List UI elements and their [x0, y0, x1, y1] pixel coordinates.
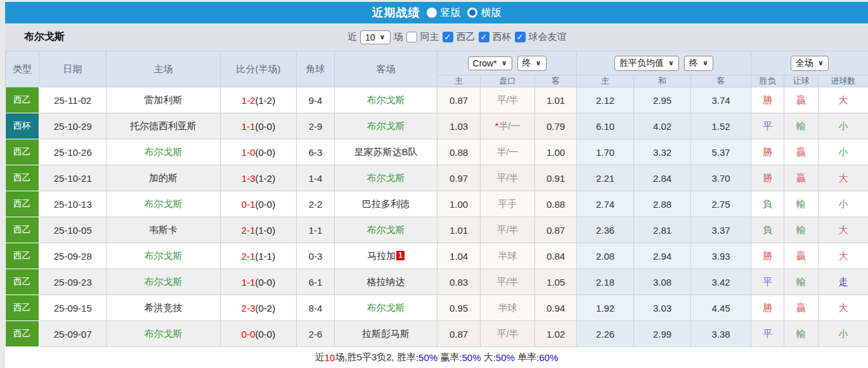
avg-away-odds: 3.38 [691, 321, 751, 347]
match-row: 西乙25-09-23布尔戈斯1-1(0-0)6-1格拉纳达0.83平/半1.05… [6, 269, 868, 295]
crow-home-odds: 1.03 [437, 113, 481, 139]
layout-radio-vertical[interactable]: 竖版 [427, 6, 461, 20]
match-row: 西乙25-10-26布尔戈斯1-0(0-0)6-3皇家苏斯达B队0.88半/一1… [6, 139, 868, 165]
corner-cell: 6-1 [297, 269, 335, 295]
summary-line: 近10场,胜5平3负2, 胜率:50% 赢率:50% 大:50% 单率:60% [5, 347, 868, 368]
home-team-cell: 布尔戈斯 [107, 321, 221, 347]
away-team-cell: 马拉加1 [335, 243, 437, 269]
result-wdl-cell: 平 [751, 113, 784, 139]
filter-bar: 布尔戈斯 近 10∨ 场 同主 ✓ 西乙 ✓ 西杯 ✓ 球会友谊 [5, 23, 868, 51]
cup-checkbox[interactable]: ✓ [479, 32, 489, 42]
match-type-badge: 西乙 [6, 217, 39, 243]
top-bar: 近期战绩 竖版 横版 [5, 2, 868, 23]
chevron-down-icon: ∨ [818, 59, 824, 67]
friendly-checkbox[interactable]: ✓ [515, 32, 526, 42]
avg-away-odds: 3.37 [691, 217, 751, 243]
match-row: 西乙25-10-21加的斯1-3(1-2)1-4布尔戈斯0.97平/半0.912… [6, 165, 868, 191]
radio-vertical-label: 竖版 [441, 6, 461, 20]
result-handicap-cell: 贏 [784, 243, 819, 269]
handicap-cell: 半球 [481, 295, 535, 321]
result-wdl-cell: 勝 [751, 295, 784, 321]
chevron-down-icon: ∨ [536, 59, 541, 67]
league-checkbox-label: 西乙 [457, 31, 476, 43]
same-home-label: 同主 [420, 31, 439, 43]
match-type-badge: 西乙 [6, 321, 39, 347]
summary-segment: 场,胜5平3负2, 胜率 [335, 352, 416, 364]
result-goals-cell: 大 [819, 217, 868, 243]
crow-home-odds: 0.83 [437, 269, 481, 295]
away-team-cell: 布尔戈斯 [335, 217, 437, 243]
avg-draw-odds: 3.03 [634, 295, 691, 321]
score-cell: 0-0(0-0) [221, 321, 297, 347]
chevron-down-icon: ∨ [380, 33, 385, 41]
away-team-cell: 布尔戈斯 [335, 87, 437, 113]
friendly-checkbox-label: 球会友谊 [529, 31, 567, 43]
avg-draw-odds: 2.99 [634, 321, 691, 347]
subheader-avg-home: 主 [577, 75, 634, 87]
avg-away-odds: 3.74 [691, 87, 751, 113]
corner-cell: 8-4 [297, 295, 335, 321]
handicap-cell: 平/半 [481, 269, 535, 295]
bookmaker-select[interactable]: Crow*∨ [468, 56, 512, 70]
header-date: 日期 [39, 51, 107, 87]
layout-radio-horizontal[interactable]: 横版 [467, 6, 502, 20]
avg-home-odds: 6.10 [577, 113, 634, 139]
radio-selected-icon[interactable] [427, 8, 437, 18]
result-goals-cell: 大 [819, 295, 868, 321]
avg-away-odds: 3.70 [691, 165, 751, 191]
home-team-cell: 布尔戈斯 [107, 139, 221, 165]
crow-away-odds: 0.88 [535, 191, 577, 217]
score-cell: 1-3(1-2) [221, 165, 297, 191]
avg-home-odds: 1.92 [577, 295, 634, 321]
match-count-select[interactable]: 10∨ [360, 30, 391, 44]
result-handicap-cell: 輸 [784, 217, 819, 243]
chevron-down-icon: ∨ [703, 59, 708, 67]
result-handicap-cell: 贏 [784, 295, 819, 321]
result-goals-cell: 走 [819, 269, 868, 295]
crow-away-odds: 0.87 [535, 217, 577, 243]
header-corner: 角球 [297, 51, 335, 87]
match-type-badge: 西乙 [6, 191, 39, 217]
handicap-cell: 平手 [481, 191, 535, 217]
handicap-cell: 平/半 [481, 217, 535, 243]
summary-segment: :60% [536, 352, 558, 363]
match-row: 西乙25-09-15希洪竞技2-3(0-2)8-4布尔戈斯0.95半球0.941… [6, 295, 868, 321]
bookmaker-period-select[interactable]: 终∨ [517, 56, 547, 71]
crow-away-odds: 1.01 [535, 87, 577, 113]
result-handicap-cell: 輸 [784, 113, 819, 139]
avg-home-odds: 2.36 [577, 217, 634, 243]
match-type-badge: 西乙 [6, 139, 39, 165]
home-team-cell: 韦斯卡 [107, 217, 221, 243]
crow-home-odds: 0.97 [437, 165, 481, 191]
match-date-cell: 25-09-23 [39, 269, 107, 295]
team-name: 布尔戈斯 [24, 30, 65, 44]
subheader-goals: 进球数 [819, 75, 868, 87]
match-row: 西乙25-09-07布尔戈斯0-0(0-0)2-6拉斯彭马斯0.87平/半1.0… [6, 321, 868, 347]
result-handicap-cell: 輸 [784, 269, 819, 295]
radio-horizontal-label: 横版 [481, 6, 502, 20]
handicap-cell: 半/一 [481, 139, 535, 165]
result-goals-cell: 大 [819, 243, 868, 269]
recent-results-table: 类型 日期 主场 比分(半场) 角球 客场 Crow*∨ 终∨ [5, 51, 868, 347]
summary-segment: :50% [459, 352, 481, 363]
home-team-cell: 加的斯 [107, 165, 221, 191]
corner-cell: 0-3 [297, 243, 335, 269]
average-odds-select[interactable]: 胜平负均值∨ [614, 56, 679, 71]
avg-home-odds: 2.74 [577, 191, 634, 217]
radio-unselected-icon[interactable] [467, 8, 477, 18]
header-home: 主场 [107, 51, 221, 87]
full-match-select[interactable]: 全场∨ [791, 56, 829, 71]
corner-cell: 1-1 [297, 217, 335, 243]
result-wdl-cell: 勝 [751, 243, 784, 269]
avg-home-odds: 2.12 [577, 87, 634, 113]
away-team-cell: 布尔戈斯 [335, 113, 437, 139]
same-home-checkbox[interactable] [406, 32, 417, 42]
summary-segment: :50% [416, 352, 437, 363]
summary-segment: 单率 [515, 352, 536, 364]
crow-away-odds: 0.94 [535, 295, 577, 321]
match-row: 西乙25-10-05韦斯卡2-1(1-0)1-1布尔戈斯1.01平/半0.872… [6, 217, 868, 243]
league-checkbox[interactable]: ✓ [443, 32, 453, 42]
average-period-select[interactable]: 终∨ [684, 56, 713, 71]
avg-away-odds: 2.75 [691, 191, 751, 217]
away-team-cell: 布尔戈斯 [335, 165, 437, 191]
